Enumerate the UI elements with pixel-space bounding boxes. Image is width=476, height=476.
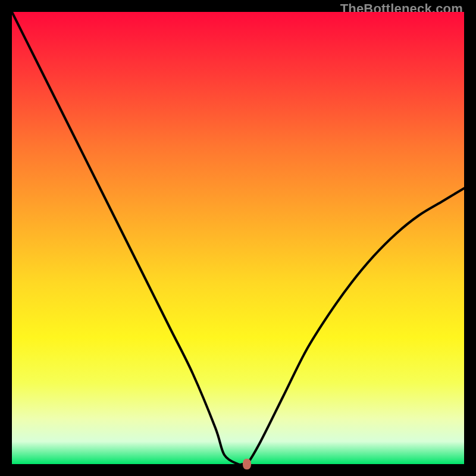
curve-svg	[12, 12, 464, 464]
bottleneck-curve-path	[12, 12, 464, 464]
plot-area	[12, 12, 464, 464]
optimal-point-marker	[243, 459, 251, 469]
chart-frame: TheBottleneck.com	[0, 0, 476, 476]
